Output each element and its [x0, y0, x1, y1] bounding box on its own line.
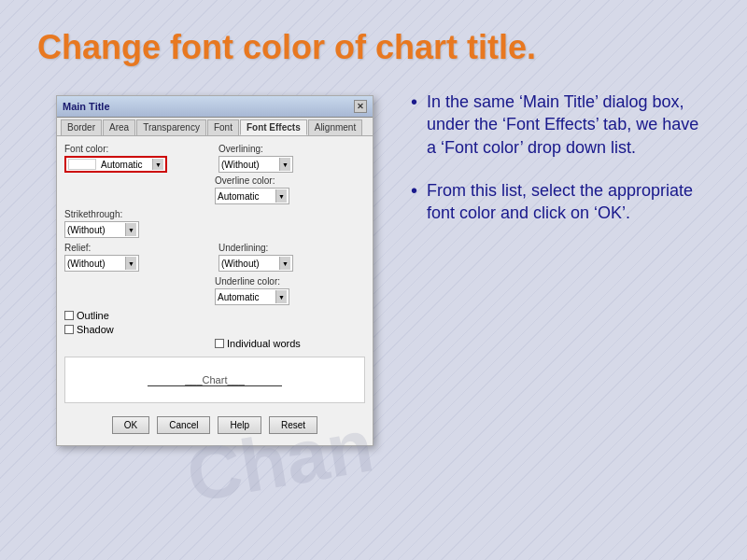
- checkbox-shadow-row: Shadow: [64, 324, 365, 335]
- ok-button[interactable]: OK: [112, 416, 149, 434]
- color-swatch: [68, 159, 96, 170]
- overline-color-label: Overline color:: [215, 175, 365, 186]
- underlining-control: (Without) ▼: [218, 255, 365, 272]
- field-underline-color: Underline color: Automatic ▼: [215, 276, 365, 305]
- cancel-button[interactable]: Cancel: [157, 416, 210, 434]
- overline-color-value: Automatic: [218, 191, 259, 202]
- row-relief-underlining: Relief: (Without) ▼ Underlining:: [64, 243, 365, 276]
- outline-checkbox[interactable]: [64, 311, 74, 320]
- dialog-tabs: Border Area Transparency Font Font Effec…: [57, 118, 373, 136]
- overlining-dropdown-arrow[interactable]: ▼: [279, 158, 290, 171]
- outline-label: Outline: [77, 310, 109, 321]
- tab-area[interactable]: Area: [103, 119, 135, 135]
- overline-color-arrow[interactable]: ▼: [275, 189, 287, 203]
- underline-color-dropdown[interactable]: Automatic ▼: [215, 288, 289, 305]
- dialog-title-text: Main Title: [63, 101, 110, 112]
- relief-value: (Without): [67, 259, 106, 269]
- strikethrough-dropdown[interactable]: (Without) ▼: [64, 221, 139, 238]
- overlining-dropdown[interactable]: (Without) ▼: [218, 156, 293, 173]
- reset-button[interactable]: Reset: [269, 416, 317, 434]
- tab-font-effects[interactable]: Font Effects: [240, 119, 307, 135]
- underlining-arrow[interactable]: ▼: [279, 257, 290, 270]
- shadow-label: Shadow: [77, 324, 114, 335]
- dialog-body: Font color: Automatic ▼: [57, 136, 373, 445]
- strikethrough-arrow[interactable]: ▼: [125, 223, 136, 236]
- font-color-value: Automatic: [101, 160, 142, 170]
- field-underlining: Underlining: (Without) ▼: [218, 243, 365, 272]
- slide: Change font color of chart title. Main T…: [0, 0, 747, 560]
- bullet-text-2: From this list, select the appropriate f…: [427, 179, 710, 225]
- field-overlining: Overlining: (Without) ▼: [218, 144, 365, 173]
- relief-dropdown[interactable]: (Without) ▼: [64, 255, 139, 272]
- strikethrough-control: (Without) ▼: [64, 221, 365, 238]
- checkbox-outline-row: Outline: [64, 310, 365, 321]
- slide-title: Change font color of chart title.: [37, 28, 710, 67]
- field-relief: Relief: (Without) ▼: [64, 243, 211, 272]
- tab-border[interactable]: Border: [61, 119, 102, 135]
- bullet-item-1: • In the same ‘Main Title’ dialog box, u…: [411, 91, 710, 159]
- underline-color-value: Automatic: [218, 292, 259, 302]
- tab-alignment[interactable]: Alignment: [308, 119, 362, 135]
- bullet-item-2: • From this list, select the appropriate…: [411, 179, 710, 225]
- overline-color-dropdown[interactable]: Automatic ▼: [215, 188, 289, 204]
- overlining-label: Overlining:: [218, 144, 365, 154]
- bullet-text-1: In the same ‘Main Title’ dialog box, und…: [427, 91, 710, 159]
- help-button[interactable]: Help: [218, 416, 261, 434]
- preview-area: ___Chart___: [64, 357, 365, 403]
- underlining-value: (Without): [221, 259, 260, 269]
- individual-words-checkbox[interactable]: [215, 339, 224, 348]
- row-font-color-overlining: Font color: Automatic ▼: [64, 144, 365, 177]
- dialog-area: Main Title ✕ Border Area Transparency Fo…: [37, 86, 392, 446]
- underlining-dropdown[interactable]: (Without) ▼: [218, 255, 293, 272]
- tab-font[interactable]: Font: [207, 119, 239, 135]
- tab-transparency[interactable]: Transparency: [136, 119, 206, 135]
- dialog-box: Main Title ✕ Border Area Transparency Fo…: [56, 95, 374, 446]
- underline-color-arrow[interactable]: ▼: [275, 290, 287, 303]
- relief-label: Relief:: [64, 243, 211, 253]
- bullet-dot-1: •: [411, 92, 417, 111]
- field-font-color: Font color: Automatic ▼: [64, 144, 211, 173]
- checkbox-individual-words-row: Individual words: [215, 338, 365, 349]
- field-overline-color: Overline color: Automatic ▼: [215, 175, 365, 204]
- font-color-dropdown[interactable]: Automatic ▼: [64, 156, 167, 173]
- dialog-titlebar: Main Title ✕: [57, 96, 373, 118]
- dialog-button-row: OK Cancel Help Reset: [64, 411, 365, 438]
- shadow-checkbox[interactable]: [64, 325, 74, 334]
- underline-color-control: Automatic ▼: [215, 288, 365, 305]
- bullet-dot-2: •: [411, 181, 417, 200]
- slide-content: Main Title ✕ Border Area Transparency Fo…: [37, 86, 710, 541]
- bullet-area: • In the same ‘Main Title’ dialog box, u…: [411, 86, 710, 245]
- overlining-value: (Without): [221, 160, 260, 170]
- strikethrough-label: Strikethrough:: [64, 209, 365, 219]
- font-color-control: Automatic ▼: [64, 156, 211, 173]
- overline-color-control: Automatic ▼: [215, 188, 365, 204]
- overlining-control: (Without) ▼: [218, 156, 365, 173]
- individual-words-label: Individual words: [227, 338, 301, 349]
- relief-control: (Without) ▼: [64, 255, 211, 272]
- dialog-close-button[interactable]: ✕: [354, 100, 367, 113]
- field-strikethrough: Strikethrough: (Without) ▼: [64, 209, 365, 238]
- strikethrough-value: (Without): [67, 225, 106, 235]
- underlining-label: Underlining:: [218, 243, 365, 253]
- underline-color-label: Underline color:: [215, 276, 365, 287]
- font-color-dropdown-arrow[interactable]: ▼: [152, 159, 163, 170]
- relief-arrow[interactable]: ▼: [125, 257, 136, 270]
- preview-text: ___Chart___: [148, 374, 282, 386]
- font-color-label: Font color:: [64, 144, 211, 154]
